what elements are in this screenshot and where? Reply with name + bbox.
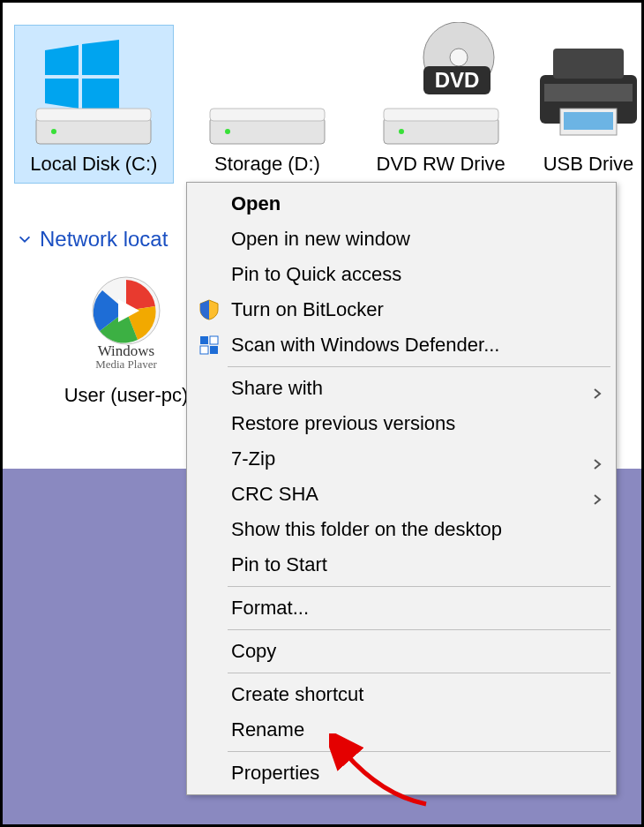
- svg-point-6: [51, 129, 56, 134]
- menu-item-label: Scan with Windows Defender...: [231, 334, 499, 357]
- menu-item-label: Restore previous versions: [231, 412, 455, 435]
- bitlocker-icon: [198, 298, 221, 321]
- svg-text:DVD: DVD: [434, 68, 479, 92]
- menu-item-show-this-folder-on-the-desktop[interactable]: Show this folder on the desktop: [189, 512, 614, 547]
- menu-item-label: Format...: [231, 597, 309, 620]
- menu-item-label: 7-Zip: [231, 447, 275, 470]
- menu-item-label: Show this folder on the desktop: [231, 518, 502, 541]
- drive-label: DVD RW Drive: [362, 149, 520, 183]
- menu-item-label: Rename: [231, 718, 304, 741]
- drive-label: USB Drive: [535, 149, 641, 183]
- chevron-right-icon: [591, 382, 603, 395]
- group-network-locations[interactable]: Network locat: [17, 227, 168, 252]
- drive-icon: [535, 26, 641, 149]
- defender-icon: [198, 334, 221, 357]
- drive-label: Storage (D:): [189, 149, 347, 183]
- menu-item-label: CRC SHA: [231, 483, 318, 506]
- group-label: Network locat: [40, 227, 168, 252]
- menu-item-restore-previous-versions[interactable]: Restore previous versions: [189, 406, 614, 441]
- menu-item-turn-on-bitlocker[interactable]: Turn on BitLocker: [189, 292, 614, 327]
- menu-item-open-in-new-window[interactable]: Open in new window: [189, 222, 614, 257]
- svg-rect-28: [200, 346, 208, 354]
- svg-point-9: [225, 129, 230, 134]
- menu-item-pin-to-quick-access[interactable]: Pin to Quick access: [189, 257, 614, 292]
- menu-item-copy[interactable]: Copy: [189, 634, 614, 669]
- printer-icon: [535, 40, 641, 146]
- menu-separator: [228, 629, 610, 630]
- windows-media-player-icon: Windows Media Player: [78, 271, 175, 368]
- menu-separator: [228, 586, 610, 587]
- dvd-drive-icon: DVD: [375, 22, 507, 146]
- svg-rect-29: [210, 346, 218, 354]
- svg-rect-19: [544, 84, 633, 101]
- menu-separator: [228, 366, 610, 367]
- network-item-wmp[interactable]: Windows Media Player User (user-pc): [56, 271, 197, 407]
- chevron-right-icon: [591, 488, 603, 500]
- screenshot-frame: Local Disk (C:) Storage (D:): [0, 0, 644, 827]
- svg-point-16: [399, 129, 404, 134]
- context-menu: OpenOpen in new windowPin to Quick acces…: [186, 182, 617, 795]
- svg-rect-15: [384, 109, 498, 121]
- drive-icon: [189, 26, 347, 149]
- svg-marker-1: [82, 40, 119, 75]
- drive-item-dvd[interactable]: DVD DVD RW Drive: [362, 26, 520, 183]
- svg-marker-2: [45, 79, 79, 109]
- menu-item-label: Share with: [231, 377, 323, 400]
- menu-item-pin-to-start[interactable]: Pin to Start: [189, 547, 614, 583]
- network-item-label: User (user-pc): [56, 384, 197, 407]
- menu-item-label: Turn on BitLocker: [231, 298, 384, 321]
- svg-marker-0: [45, 45, 79, 75]
- menu-separator: [228, 673, 610, 673]
- menu-item-label: Open: [231, 192, 281, 215]
- menu-item-label: Open in new window: [231, 228, 410, 251]
- drive-item-local-c[interactable]: Local Disk (C:): [15, 26, 173, 183]
- svg-text:Media Player: Media Player: [95, 357, 157, 368]
- menu-item-format[interactable]: Format...: [189, 590, 614, 626]
- menu-item-crc-sha[interactable]: CRC SHA: [189, 477, 614, 512]
- drive-icon: [15, 26, 173, 149]
- menu-item-scan-with-windows-defender[interactable]: Scan with Windows Defender...: [189, 327, 614, 363]
- svg-rect-8: [210, 109, 325, 121]
- hdd-icon: [201, 40, 333, 146]
- chevron-down-icon: [17, 231, 33, 247]
- chevron-right-icon: [591, 453, 603, 465]
- svg-rect-5: [36, 109, 151, 121]
- menu-item-7-zip[interactable]: 7-Zip: [189, 441, 614, 477]
- menu-item-label: Pin to Start: [231, 553, 327, 576]
- drive-row: Local Disk (C:) Storage (D:): [15, 26, 641, 183]
- menu-item-share-with[interactable]: Share with: [189, 371, 614, 406]
- drive-icon: DVD: [362, 26, 520, 149]
- drive-label: Local Disk (C:): [15, 149, 173, 183]
- menu-item-rename[interactable]: Rename: [189, 712, 614, 748]
- menu-separator: [228, 751, 610, 752]
- drive-item-usb[interactable]: USB Drive: [535, 26, 641, 183]
- svg-rect-21: [564, 112, 613, 130]
- menu-item-properties[interactable]: Properties: [189, 756, 614, 791]
- menu-item-label: Copy: [231, 640, 276, 663]
- svg-rect-27: [210, 336, 218, 344]
- drive-item-storage-d[interactable]: Storage (D:): [189, 26, 347, 183]
- menu-item-label: Properties: [231, 762, 319, 785]
- menu-item-create-shortcut[interactable]: Create shortcut: [189, 677, 614, 712]
- svg-point-11: [450, 49, 468, 66]
- svg-rect-26: [200, 336, 208, 344]
- windows-drive-icon: [27, 40, 160, 146]
- menu-item-label: Pin to Quick access: [231, 263, 401, 286]
- menu-item-label: Create shortcut: [231, 683, 363, 706]
- svg-rect-18: [553, 49, 624, 79]
- menu-item-open[interactable]: Open: [189, 186, 614, 222]
